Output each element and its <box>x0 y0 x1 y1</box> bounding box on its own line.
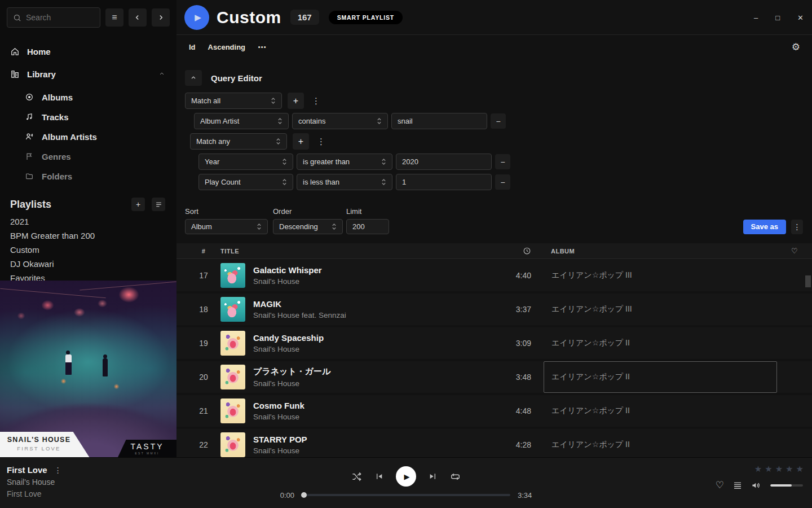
remove-rule-button[interactable]: − <box>495 154 510 169</box>
track-text: プラネット・ガール Snail's House <box>253 366 330 388</box>
sidebar-item-folders[interactable]: Folders <box>25 169 165 183</box>
track-album-cell[interactable]: エイリアン☆ポップ II <box>544 429 777 457</box>
track-album-cell[interactable]: エイリアン☆ポップ III <box>544 260 777 291</box>
select-value: Album <box>191 222 212 231</box>
forward-button[interactable] <box>152 8 170 27</box>
more-options-button[interactable]: ⋯ <box>258 42 267 52</box>
column-album[interactable]: ALBUM <box>544 248 777 255</box>
track-album-cell[interactable]: エイリアン☆ポップ III <box>544 294 777 325</box>
order-label: Order <box>273 207 343 216</box>
play-button[interactable]: ▶ <box>396 466 416 487</box>
close-button[interactable]: ✕ <box>797 14 804 22</box>
play-playlist-button[interactable]: ▶ <box>184 5 209 30</box>
add-rule-button[interactable]: + <box>293 133 309 150</box>
search-box[interactable] <box>7 7 100 28</box>
save-menu-button[interactable]: ⋮ <box>791 220 803 234</box>
rule-operator-select[interactable]: contains <box>292 113 388 129</box>
playlist-item[interactable]: BPM Greater than 200 <box>10 229 166 243</box>
star-icon[interactable]: ★ <box>754 464 762 474</box>
group-menu-button[interactable]: ⋮ <box>315 137 328 147</box>
rule-field-select[interactable]: Album Artist <box>194 113 289 129</box>
back-button[interactable] <box>129 8 147 27</box>
remove-rule-button[interactable]: − <box>491 113 506 129</box>
track-album-cell[interactable]: エイリアン☆ポップ II <box>544 395 777 427</box>
rule-operator-select[interactable]: is less than <box>297 174 392 190</box>
column-favorite[interactable]: ♡ <box>777 247 812 255</box>
table-row[interactable]: 19 Candy Spaceship Snail's House 3:09 エイ… <box>176 327 812 359</box>
rule-value-input[interactable] <box>391 113 487 129</box>
match-type-select[interactable]: Match all <box>185 93 282 109</box>
column-title[interactable]: TITLE <box>220 248 500 255</box>
sidebar-item-library[interactable]: Library <box>10 67 165 81</box>
table-row[interactable]: 18 MAGIK Snail's House feat. Sennzai 3:3… <box>176 294 812 325</box>
playlist-item[interactable]: 2021 <box>10 214 166 229</box>
search-input[interactable] <box>26 13 94 22</box>
track-album-cell[interactable]: エイリアン☆ポップ II <box>544 361 777 393</box>
minimize-button[interactable]: – <box>754 14 758 22</box>
select-caret-icon <box>277 117 283 125</box>
maximize-button[interactable]: □ <box>775 14 780 22</box>
table-row[interactable]: 21 Cosmo Funk Snail's House 4:48 エイリアン☆ポ… <box>176 395 812 427</box>
progress-handle[interactable] <box>301 492 307 498</box>
volume-icon[interactable] <box>751 481 761 490</box>
playlist-item[interactable]: DJ Okawari <box>10 257 166 271</box>
library-icon <box>10 69 20 79</box>
now-playing-menu-button[interactable]: ⋮ <box>54 466 62 475</box>
repeat-button[interactable] <box>450 471 461 482</box>
column-number[interactable]: # <box>190 248 217 255</box>
list-toolbar: Id Ascending ⋯ ⚙ <box>176 35 812 59</box>
progress-bar[interactable] <box>302 494 510 496</box>
rule-value-input[interactable] <box>396 174 492 190</box>
track-title: Candy Spaceship <box>253 333 324 343</box>
track-duration: 4:48 <box>500 406 531 415</box>
sort-select[interactable]: Album <box>185 219 268 234</box>
track-album-cell[interactable]: エイリアン☆ポップ II <box>544 327 777 359</box>
star-icon[interactable]: ★ <box>785 464 793 474</box>
playlists-header: Playlists + <box>0 183 176 211</box>
sidebar-item-home[interactable]: Home <box>10 45 165 58</box>
star-icon[interactable]: ★ <box>775 464 783 474</box>
sidebar-item-genres[interactable]: Genres <box>25 150 165 163</box>
sort-direction-button[interactable]: Ascending <box>208 43 245 51</box>
sidebar-item-label: Genres <box>42 152 71 161</box>
column-duration[interactable] <box>500 247 531 255</box>
limit-input[interactable] <box>346 219 389 234</box>
shuffle-button[interactable] <box>351 471 362 482</box>
sidebar-item-album-artists[interactable]: Album Artists <box>25 130 165 143</box>
sidebar-item-albums[interactable]: Albums <box>25 90 165 104</box>
volume-slider[interactable] <box>770 484 803 487</box>
playlist-list-button[interactable] <box>152 198 165 211</box>
rule-operator-select[interactable]: is greater than <box>297 154 392 170</box>
next-button[interactable] <box>429 472 438 481</box>
favorite-button[interactable]: ♡ <box>716 479 724 491</box>
table-row[interactable]: 17 Galactic Whisper Snail's House 4:40 エ… <box>176 260 812 291</box>
gear-icon[interactable]: ⚙ <box>792 41 800 53</box>
add-rule-button[interactable]: + <box>288 93 304 109</box>
sort-field-button[interactable]: Id <box>189 43 196 51</box>
scrollbar-thumb[interactable] <box>805 275 811 287</box>
previous-button[interactable] <box>374 472 383 481</box>
minus-icon: − <box>500 178 505 187</box>
order-select[interactable]: Descending <box>273 219 343 234</box>
sidebar-item-tracks[interactable]: Tracks <box>25 110 165 124</box>
add-playlist-button[interactable]: + <box>131 198 145 211</box>
playlist-item[interactable]: Custom <box>10 243 166 257</box>
save-as-button[interactable]: Save as <box>743 220 786 234</box>
table-row[interactable]: 20 プラネット・ガール Snail's House 3:48 エイリアン☆ポッ… <box>176 361 812 393</box>
rule-field-select[interactable]: Year <box>198 154 293 170</box>
remove-rule-button[interactable]: − <box>495 174 510 190</box>
queue-button[interactable] <box>733 481 742 489</box>
track-art-thumbnail <box>220 398 245 423</box>
collapse-query-button[interactable] <box>185 70 202 86</box>
track-list: 17 Galactic Whisper Snail's House 4:40 エ… <box>176 260 812 457</box>
table-row[interactable]: 22 STARRY POP Snail's House 4:28 エイリアン☆ポ… <box>176 429 812 457</box>
chevron-up-icon[interactable] <box>158 71 165 77</box>
menu-button[interactable]: ≡ <box>105 8 123 27</box>
star-icon[interactable]: ★ <box>765 464 772 474</box>
select-caret-icon <box>377 117 382 125</box>
match-type-select[interactable]: Match any <box>190 133 287 150</box>
rule-value-input[interactable] <box>396 154 492 170</box>
rule-field-select[interactable]: Play Count <box>198 174 293 190</box>
group-menu-button[interactable]: ⋮ <box>310 96 323 106</box>
star-icon[interactable]: ★ <box>796 464 804 474</box>
